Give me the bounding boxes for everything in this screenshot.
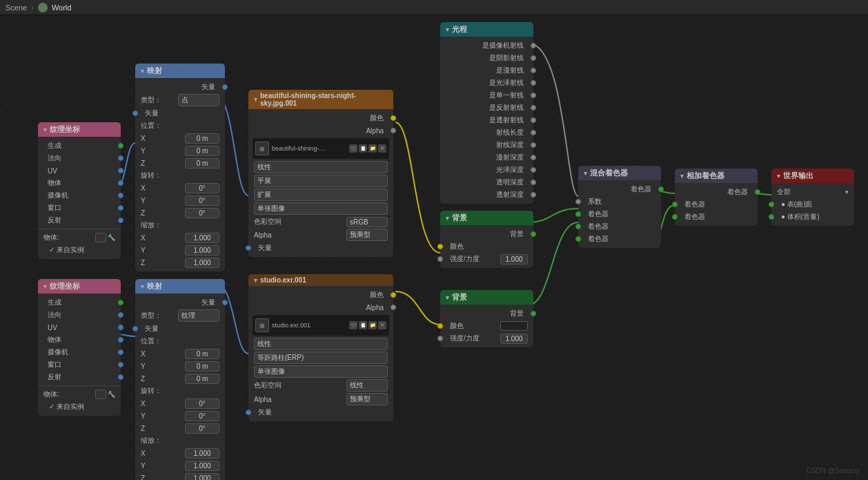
image-texture-node-1: ▾ beautiful-shining-stars-night-sky.jpg.… [248, 90, 393, 257]
add-shader-node: ▾ 相加着色器 着色器 着色器 着色器 [675, 169, 758, 226]
image-texture-1-title: beautiful-shining-stars-night-sky.jpg.00… [260, 92, 388, 107]
world-icon [38, 3, 48, 12]
mapping-2-title: 映射 [147, 281, 162, 291]
world-output-header[interactable]: ▾ 世界输出 [771, 169, 854, 183]
background-1-header[interactable]: ▾ 背景 [440, 211, 533, 225]
texture-coord-2-title: 纹理坐标 [50, 281, 80, 291]
mix-shader-node: ▾ 混合着色器 着色器 系数 着色器 着色器 着色器 [578, 166, 661, 248]
world-output-body: 全部 ▾ ● 表(曲)面 ● 体积(音量) [771, 183, 854, 226]
add-shader-title: 相加着色器 [687, 171, 724, 181]
node-editor-canvas[interactable]: ▾ 纹理坐标 生成 法向 UV 物体 摄像机 [0, 15, 868, 480]
mapping-1-title: 映射 [147, 66, 162, 76]
image-icon-1: ▦ [255, 142, 269, 155]
background-1-title: 背景 [452, 213, 467, 223]
world-output-title: 世界输出 [783, 171, 813, 181]
world-label: World [52, 3, 72, 12]
mapping-1-body: 矢量 类型： 点 矢量 位置： X 0 m Y 0 m Z [135, 78, 225, 271]
image-texture-node-2: ▾ studio.exr.001 颜色 Alpha ▦ studio.exr.0… [248, 274, 393, 421]
breadcrumb-arrow: › [31, 3, 34, 12]
light-path-body: 是摄像机射线 是阴影射线 是漫射线 是光泽射线 是单一射线 是反射射线 [440, 37, 533, 204]
mapping-2-body: 矢量 类型： 纹理 矢量 位置： X 0 m Y 0 m Z [135, 294, 225, 480]
background-2-title: 背景 [452, 292, 467, 303]
connections-svg [0, 15, 868, 480]
texture-coord-2-header[interactable]: ▾ 纹理坐标 [38, 279, 121, 294]
mapping-node-1: ▾ 映射 矢量 类型： 点 矢量 位置： X 0 m [135, 64, 225, 271]
image-texture-2-header[interactable]: ▾ studio.exr.001 [248, 274, 393, 286]
image-icon-2: ▦ [255, 318, 269, 332]
add-shader-header[interactable]: ▾ 相加着色器 [675, 169, 758, 183]
mapping-node-2: ▾ 映射 矢量 类型： 纹理 矢量 位置： X 0 m [135, 279, 225, 480]
texture-coord-2-body: 生成 法向 UV 物体 摄像机 窗口 [38, 294, 121, 416]
mapping-2-header[interactable]: ▾ 映射 [135, 279, 225, 294]
image-texture-1-body: 颜色 Alpha ▦ beautiful-shining-.... 🛡 📋 📁 … [248, 109, 393, 257]
image-texture-1-header[interactable]: ▾ beautiful-shining-stars-night-sky.jpg.… [248, 90, 393, 109]
texture-coord-1-title: 纹理坐标 [50, 124, 80, 135]
scene-label: Scene [6, 3, 27, 12]
background-2-header[interactable]: ▾ 背景 [440, 290, 533, 305]
watermark: CSDN @Sosocry [807, 467, 860, 474]
light-path-node: ▾ 光程 是摄像机射线 是阴影射线 是漫射线 是光泽射线 是单一射线 [440, 22, 533, 204]
background-2-body: 背景 颜色 强度/力度 1.000 [440, 305, 533, 347]
add-shader-body: 着色器 着色器 着色器 [675, 183, 758, 226]
topbar: Scene › World [0, 0, 868, 15]
texture-coord-1-header[interactable]: ▾ 纹理坐标 [38, 122, 121, 137]
background-node-1: ▾ 背景 背景 颜色 强度/力度 1.000 [440, 211, 533, 268]
background-node-2: ▾ 背景 背景 颜色 强度/力度 1.000 [440, 290, 533, 347]
texture-coord-1-body: 生成 法向 UV 物体 摄像机 窗口 [38, 137, 121, 259]
image-texture-2-title: studio.exr.001 [260, 276, 306, 284]
world-output-node: ▾ 世界输出 全部 ▾ ● 表(曲)面 ● 体积(音量) [771, 169, 854, 226]
background-1-body: 背景 颜色 强度/力度 1.000 [440, 225, 533, 268]
image-texture-2-body: 颜色 Alpha ▦ studio.exr.001 🛡 📋 📁 ✕ 线性 [248, 286, 393, 421]
light-path-title: 光程 [452, 24, 467, 35]
mix-shader-body: 着色器 系数 着色器 着色器 着色器 [578, 180, 661, 248]
texture-coord-node-2: ▾ 纹理坐标 生成 法向 UV 物体 摄像机 [38, 279, 121, 416]
mix-shader-title: 混合着色器 [590, 168, 628, 178]
light-path-header[interactable]: ▾ 光程 [440, 22, 533, 37]
mapping-1-header[interactable]: ▾ 映射 [135, 64, 225, 78]
texture-coord-node-1: ▾ 纹理坐标 生成 法向 UV 物体 摄像机 [38, 122, 121, 259]
mix-shader-header[interactable]: ▾ 混合着色器 [578, 166, 661, 180]
